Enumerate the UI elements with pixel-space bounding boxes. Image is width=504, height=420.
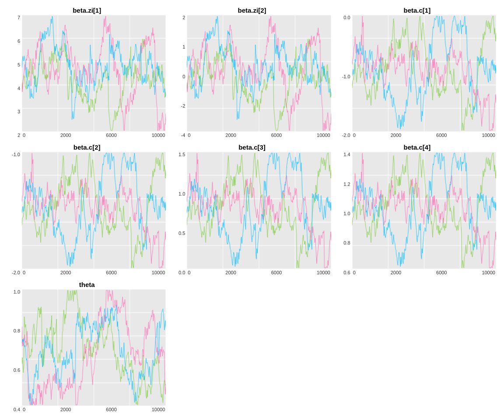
y-axis-label: 5 xyxy=(18,62,20,67)
main-grid: beta.zi[1]76543202000600010000beta.zi[2]… xyxy=(0,0,504,420)
plot-bg-beta_c_4 xyxy=(352,152,496,269)
x-axis-label: 10000 xyxy=(482,270,495,275)
y-axis-label: 1.0 xyxy=(14,289,20,294)
y-axis-beta_zi_2: 210-2-4 xyxy=(173,15,187,138)
y-axis-label: -1.0 xyxy=(12,152,20,157)
x-axis-label: 6000 xyxy=(271,270,282,275)
x-axis-label: 0 xyxy=(23,133,25,138)
chart-beta_c_2: beta.c[2]-1.0-2.002000600010000 xyxy=(4,141,169,278)
x-axis-beta_c_3: 02000600010000 xyxy=(187,269,331,275)
x-axis-label: 10000 xyxy=(152,407,165,412)
x-axis-label: 2000 xyxy=(225,270,236,275)
x-axis-label: 2000 xyxy=(225,133,236,138)
y-axis-label: 0.0 xyxy=(178,270,185,275)
x-axis-label: 0 xyxy=(353,270,356,275)
x-axis-label: 2000 xyxy=(60,133,71,138)
y-axis-label: 1.0 xyxy=(343,211,350,216)
y-axis-label: -2.0 xyxy=(12,270,20,275)
y-axis-label: 1.2 xyxy=(343,182,350,187)
canvas-beta_c_1 xyxy=(352,15,496,132)
x-axis-beta_c_2: 02000600010000 xyxy=(22,269,166,275)
plot-bg-beta_c_2 xyxy=(22,152,166,269)
x-axis-label: 2000 xyxy=(391,270,401,275)
x-axis-beta_c_4: 02000600010000 xyxy=(352,269,496,275)
chart-title-beta_c_3: beta.c[3] xyxy=(238,144,266,151)
x-axis-label: 6000 xyxy=(106,270,116,275)
chart-beta_c_4: beta.c[4]1.41.21.00.80.602000600010000 xyxy=(335,141,500,278)
x-axis-beta_zi_1: 02000600010000 xyxy=(22,132,166,138)
x-axis-label: 10000 xyxy=(482,133,495,138)
x-axis-beta_zi_2: 02000600010000 xyxy=(187,132,331,138)
canvas-theta xyxy=(22,289,166,406)
x-axis-theta: 02000600010000 xyxy=(22,406,166,412)
y-axis-label: -2 xyxy=(181,103,186,108)
canvas-beta_zi_1 xyxy=(22,15,166,132)
y-axis-label: 0 xyxy=(182,74,185,79)
chart-title-beta_c_4: beta.c[4] xyxy=(403,144,430,151)
y-axis-label: 0.4 xyxy=(14,407,20,412)
x-axis-beta_c_1: 02000600010000 xyxy=(352,132,496,138)
chart-beta_zi_1: beta.zi[1]76543202000600010000 xyxy=(4,4,169,141)
y-axis-label: 0.8 xyxy=(343,240,350,245)
chart-title-beta_c_1: beta.c[1] xyxy=(403,7,430,14)
x-axis-label: 6000 xyxy=(271,133,282,138)
x-axis-label: 6000 xyxy=(106,407,116,412)
plot-bg-beta_c_3 xyxy=(187,152,331,269)
x-axis-label: 0 xyxy=(23,270,25,275)
chart-title-beta_c_2: beta.c[2] xyxy=(74,144,101,151)
chart-title-beta_zi_2: beta.zi[2] xyxy=(238,7,266,14)
x-axis-label: 0 xyxy=(188,133,190,138)
chart-beta_zi_2: beta.zi[2]210-2-402000600010000 xyxy=(169,4,334,141)
y-axis-beta_c_3: 1.51.00.50.0 xyxy=(173,152,187,275)
y-axis-beta_c_1: 0.0-1.0-2.0 xyxy=(338,15,352,138)
chart-title-theta: theta xyxy=(79,281,95,288)
x-axis-label: 10000 xyxy=(152,133,165,138)
x-axis-label: 0 xyxy=(23,407,25,412)
chart-theta: theta1.00.80.60.402000600010000 xyxy=(4,279,169,416)
chart-beta_c_3: beta.c[3]1.51.00.50.002000600010000 xyxy=(169,141,334,278)
x-axis-label: 0 xyxy=(188,270,190,275)
y-axis-beta_zi_1: 765432 xyxy=(8,15,22,138)
plot-bg-beta_zi_2 xyxy=(187,15,331,132)
y-axis-label: 0.8 xyxy=(14,328,20,333)
x-axis-label: 2000 xyxy=(391,133,401,138)
y-axis-label: 1.0 xyxy=(178,191,185,196)
chart-beta_c_1: beta.c[1]0.0-1.0-2.002000600010000 xyxy=(335,4,500,141)
plot-bg-theta xyxy=(22,289,166,406)
plot-bg-beta_c_1 xyxy=(352,15,496,132)
y-axis-label: 2 xyxy=(18,133,20,138)
canvas-beta_c_4 xyxy=(352,152,496,269)
x-axis-label: 2000 xyxy=(60,270,71,275)
canvas-beta_c_2 xyxy=(22,152,166,269)
x-axis-label: 10000 xyxy=(317,133,330,138)
y-axis-beta_c_2: -1.0-2.0 xyxy=(8,152,22,275)
y-axis-label: 1 xyxy=(182,44,185,49)
chart-title-beta_zi_1: beta.zi[1] xyxy=(73,7,101,14)
y-axis-label: -1.0 xyxy=(342,74,350,79)
x-axis-label: 10000 xyxy=(152,270,165,275)
y-axis-label: 1.5 xyxy=(178,152,185,157)
x-axis-label: 0 xyxy=(353,133,356,138)
y-axis-label: 0.0 xyxy=(343,15,350,20)
y-axis-label: 1.4 xyxy=(343,152,350,157)
x-axis-label: 10000 xyxy=(317,270,330,275)
y-axis-beta_c_4: 1.41.21.00.80.6 xyxy=(338,152,352,275)
canvas-beta_zi_2 xyxy=(187,15,331,132)
x-axis-label: 6000 xyxy=(106,133,116,138)
canvas-beta_c_3 xyxy=(187,152,331,269)
y-axis-label: 0.6 xyxy=(343,270,350,275)
x-axis-label: 2000 xyxy=(60,407,71,412)
y-axis-label: 2 xyxy=(182,15,185,20)
plot-bg-beta_zi_1 xyxy=(22,15,166,132)
x-axis-label: 6000 xyxy=(436,270,447,275)
y-axis-label: 3 xyxy=(18,109,20,114)
y-axis-theta: 1.00.80.60.4 xyxy=(8,289,22,412)
y-axis-label: 6 xyxy=(18,38,20,44)
y-axis-label: 0.5 xyxy=(178,231,185,236)
x-axis-label: 6000 xyxy=(436,133,447,138)
y-axis-label: -4 xyxy=(181,133,186,138)
y-axis-label: -2.0 xyxy=(342,133,350,138)
y-axis-label: 0.6 xyxy=(14,368,20,373)
y-axis-label: 4 xyxy=(18,86,20,91)
y-axis-label: 7 xyxy=(18,15,20,20)
